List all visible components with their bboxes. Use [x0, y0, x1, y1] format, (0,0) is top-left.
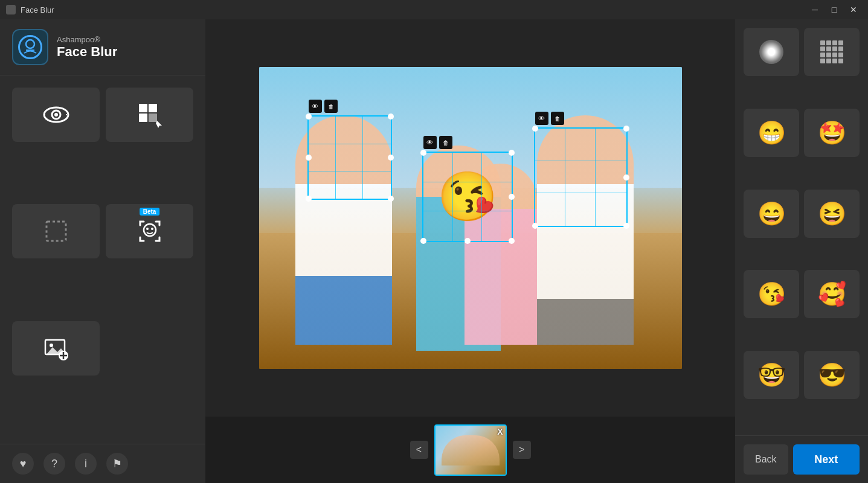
effects-grid: 😁 🤩 😄 😆 😘 🥰 🤓 😎: [735, 19, 868, 435]
svg-rect-8: [149, 104, 157, 112]
blur-effect-button[interactable]: [744, 28, 799, 76]
blur-dot-icon: [759, 40, 783, 64]
pixel-effect-button[interactable]: [804, 28, 860, 76]
left-sidebar: Ashampoo® Face Blur: [0, 19, 205, 483]
svg-rect-11: [47, 222, 66, 241]
sidebar-bottom-nav: ♥ ? i ⚑: [0, 444, 205, 483]
photo-background: 👁 🗑: [259, 67, 682, 369]
thumbnail-photo: [436, 426, 506, 475]
thumbnail-close[interactable]: X: [497, 427, 503, 437]
svg-rect-7: [139, 104, 147, 112]
emoji-1-button[interactable]: 😁: [744, 109, 799, 157]
image-container[interactable]: 👁 🗑: [205, 19, 735, 417]
titlebar: Face Blur ─ □ ✕: [0, 0, 868, 19]
help-button[interactable]: ?: [43, 453, 65, 475]
auto-detect-button[interactable]: Beta: [106, 204, 193, 258]
emoji-8-button[interactable]: 😎: [804, 351, 860, 399]
svg-point-4: [54, 113, 58, 117]
auto-detect-icon: [135, 217, 164, 246]
grid-select-icon: [135, 100, 164, 129]
minimize-button[interactable]: ─: [806, 4, 823, 16]
beta-badge: Beta: [140, 208, 160, 216]
info-button[interactable]: i: [75, 453, 97, 475]
blur-tool-icon: [42, 100, 71, 129]
next-button[interactable]: Next: [793, 444, 860, 475]
emoji-4-button[interactable]: 😆: [804, 190, 860, 238]
close-button[interactable]: ✕: [845, 4, 862, 16]
back-button[interactable]: Back: [744, 444, 788, 475]
logo-icon: [18, 35, 42, 59]
strip-next-button[interactable]: >: [513, 441, 531, 459]
window-controls: ─ □ ✕: [806, 4, 862, 16]
app-icon: [6, 5, 16, 14]
app-name-bottom: Face Blur: [57, 44, 117, 60]
grid-select-button[interactable]: [106, 88, 193, 142]
strip-prev-button[interactable]: <: [410, 441, 428, 459]
app-logo: [12, 29, 48, 65]
app-name-top: Ashampoo®: [57, 35, 117, 44]
tools-grid: Beta: [0, 75, 205, 444]
maximize-button[interactable]: □: [826, 4, 843, 16]
svg-point-13: [146, 228, 149, 230]
main-content: Ashampoo® Face Blur: [0, 19, 868, 483]
svg-rect-10: [149, 114, 157, 122]
emoji-7-button[interactable]: 🤓: [744, 351, 799, 399]
app-title-block: Ashampoo® Face Blur: [57, 35, 117, 60]
rect-tool-button[interactable]: [12, 204, 100, 258]
emoji-6-button[interactable]: 🥰: [804, 270, 860, 318]
emoji-3-button[interactable]: 😄: [744, 190, 799, 238]
emoji-5-button[interactable]: 😘: [744, 270, 799, 318]
app-header: Ashampoo® Face Blur: [0, 19, 205, 75]
svg-point-16: [50, 344, 53, 347]
photo-canvas[interactable]: 👁 🗑: [259, 67, 682, 369]
action-buttons: Back Next: [735, 435, 868, 483]
titlebar-title: Face Blur: [21, 5, 54, 14]
rect-tool-icon: [42, 217, 71, 246]
svg-point-14: [151, 228, 153, 230]
thumbnail-item-1[interactable]: X: [434, 424, 507, 476]
right-sidebar: 😁 🤩 😄 😆 😘 🥰 🤓 😎 Back Next: [735, 19, 868, 483]
thumbnail-strip: < X >: [205, 417, 735, 483]
add-image-icon: [42, 334, 71, 363]
blur-tool-button[interactable]: [12, 88, 100, 142]
favorites-button[interactable]: ♥: [12, 453, 34, 475]
emoji-2-button[interactable]: 🤩: [804, 109, 860, 157]
svg-rect-9: [139, 114, 147, 122]
canvas-area: 👁 🗑: [205, 19, 735, 483]
pixel-grid-icon: [820, 40, 843, 63]
titlebar-left: Face Blur: [6, 5, 54, 14]
svg-point-0: [26, 40, 34, 48]
report-button[interactable]: ⚑: [106, 453, 128, 475]
add-image-button[interactable]: [12, 321, 100, 376]
